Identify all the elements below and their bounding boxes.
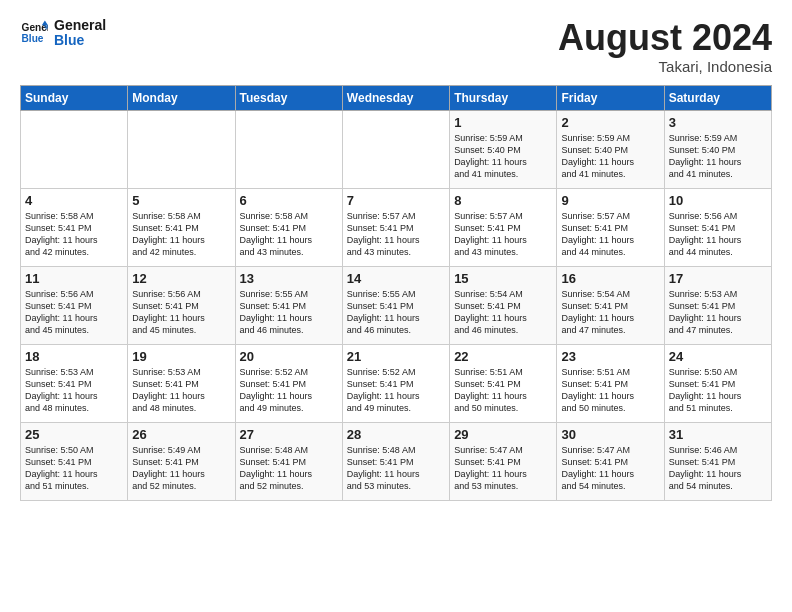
page: General Blue General Blue August 2024 Ta… bbox=[0, 0, 792, 612]
calendar-cell: 18Sunrise: 5:53 AM Sunset: 5:41 PM Dayli… bbox=[21, 344, 128, 422]
day-info: Sunrise: 5:58 AM Sunset: 5:41 PM Dayligh… bbox=[132, 210, 230, 259]
calendar-cell: 14Sunrise: 5:55 AM Sunset: 5:41 PM Dayli… bbox=[342, 266, 449, 344]
day-info: Sunrise: 5:50 AM Sunset: 5:41 PM Dayligh… bbox=[25, 444, 123, 493]
weekday-header-saturday: Saturday bbox=[664, 85, 771, 110]
calendar-table: SundayMondayTuesdayWednesdayThursdayFrid… bbox=[20, 85, 772, 501]
day-info: Sunrise: 5:49 AM Sunset: 5:41 PM Dayligh… bbox=[132, 444, 230, 493]
calendar-cell: 9Sunrise: 5:57 AM Sunset: 5:41 PM Daylig… bbox=[557, 188, 664, 266]
day-number: 25 bbox=[25, 427, 123, 442]
calendar-cell: 16Sunrise: 5:54 AM Sunset: 5:41 PM Dayli… bbox=[557, 266, 664, 344]
calendar-cell: 26Sunrise: 5:49 AM Sunset: 5:41 PM Dayli… bbox=[128, 422, 235, 500]
day-info: Sunrise: 5:47 AM Sunset: 5:41 PM Dayligh… bbox=[454, 444, 552, 493]
day-number: 6 bbox=[240, 193, 338, 208]
day-info: Sunrise: 5:51 AM Sunset: 5:41 PM Dayligh… bbox=[561, 366, 659, 415]
day-number: 28 bbox=[347, 427, 445, 442]
calendar-cell: 11Sunrise: 5:56 AM Sunset: 5:41 PM Dayli… bbox=[21, 266, 128, 344]
calendar-cell: 23Sunrise: 5:51 AM Sunset: 5:41 PM Dayli… bbox=[557, 344, 664, 422]
title-block: August 2024 Takari, Indonesia bbox=[558, 18, 772, 75]
calendar-cell: 8Sunrise: 5:57 AM Sunset: 5:41 PM Daylig… bbox=[450, 188, 557, 266]
day-number: 4 bbox=[25, 193, 123, 208]
calendar-cell bbox=[235, 110, 342, 188]
day-info: Sunrise: 5:58 AM Sunset: 5:41 PM Dayligh… bbox=[240, 210, 338, 259]
day-number: 15 bbox=[454, 271, 552, 286]
day-info: Sunrise: 5:53 AM Sunset: 5:41 PM Dayligh… bbox=[25, 366, 123, 415]
calendar-cell bbox=[21, 110, 128, 188]
logo-general: General bbox=[54, 18, 106, 33]
day-info: Sunrise: 5:48 AM Sunset: 5:41 PM Dayligh… bbox=[240, 444, 338, 493]
day-number: 2 bbox=[561, 115, 659, 130]
calendar-cell: 21Sunrise: 5:52 AM Sunset: 5:41 PM Dayli… bbox=[342, 344, 449, 422]
calendar-cell: 25Sunrise: 5:50 AM Sunset: 5:41 PM Dayli… bbox=[21, 422, 128, 500]
week-row-2: 4Sunrise: 5:58 AM Sunset: 5:41 PM Daylig… bbox=[21, 188, 772, 266]
day-info: Sunrise: 5:48 AM Sunset: 5:41 PM Dayligh… bbox=[347, 444, 445, 493]
day-number: 12 bbox=[132, 271, 230, 286]
calendar-cell: 13Sunrise: 5:55 AM Sunset: 5:41 PM Dayli… bbox=[235, 266, 342, 344]
day-number: 9 bbox=[561, 193, 659, 208]
calendar-cell: 31Sunrise: 5:46 AM Sunset: 5:41 PM Dayli… bbox=[664, 422, 771, 500]
calendar-cell: 2Sunrise: 5:59 AM Sunset: 5:40 PM Daylig… bbox=[557, 110, 664, 188]
logo: General Blue General Blue bbox=[20, 18, 106, 49]
day-info: Sunrise: 5:59 AM Sunset: 5:40 PM Dayligh… bbox=[669, 132, 767, 181]
day-number: 16 bbox=[561, 271, 659, 286]
day-number: 7 bbox=[347, 193, 445, 208]
weekday-header-row: SundayMondayTuesdayWednesdayThursdayFrid… bbox=[21, 85, 772, 110]
calendar-cell: 15Sunrise: 5:54 AM Sunset: 5:41 PM Dayli… bbox=[450, 266, 557, 344]
weekday-header-wednesday: Wednesday bbox=[342, 85, 449, 110]
day-info: Sunrise: 5:52 AM Sunset: 5:41 PM Dayligh… bbox=[240, 366, 338, 415]
day-info: Sunrise: 5:57 AM Sunset: 5:41 PM Dayligh… bbox=[454, 210, 552, 259]
calendar-cell: 3Sunrise: 5:59 AM Sunset: 5:40 PM Daylig… bbox=[664, 110, 771, 188]
calendar-cell: 29Sunrise: 5:47 AM Sunset: 5:41 PM Dayli… bbox=[450, 422, 557, 500]
header: General Blue General Blue August 2024 Ta… bbox=[20, 18, 772, 75]
location: Takari, Indonesia bbox=[558, 58, 772, 75]
week-row-3: 11Sunrise: 5:56 AM Sunset: 5:41 PM Dayli… bbox=[21, 266, 772, 344]
weekday-header-thursday: Thursday bbox=[450, 85, 557, 110]
day-info: Sunrise: 5:51 AM Sunset: 5:41 PM Dayligh… bbox=[454, 366, 552, 415]
day-number: 10 bbox=[669, 193, 767, 208]
calendar-cell: 22Sunrise: 5:51 AM Sunset: 5:41 PM Dayli… bbox=[450, 344, 557, 422]
logo-blue: Blue bbox=[54, 33, 106, 48]
calendar-cell bbox=[128, 110, 235, 188]
calendar-cell: 17Sunrise: 5:53 AM Sunset: 5:41 PM Dayli… bbox=[664, 266, 771, 344]
day-info: Sunrise: 5:54 AM Sunset: 5:41 PM Dayligh… bbox=[561, 288, 659, 337]
day-number: 26 bbox=[132, 427, 230, 442]
calendar-cell: 6Sunrise: 5:58 AM Sunset: 5:41 PM Daylig… bbox=[235, 188, 342, 266]
day-number: 11 bbox=[25, 271, 123, 286]
day-number: 13 bbox=[240, 271, 338, 286]
calendar-cell: 30Sunrise: 5:47 AM Sunset: 5:41 PM Dayli… bbox=[557, 422, 664, 500]
calendar-cell: 28Sunrise: 5:48 AM Sunset: 5:41 PM Dayli… bbox=[342, 422, 449, 500]
day-number: 17 bbox=[669, 271, 767, 286]
weekday-header-friday: Friday bbox=[557, 85, 664, 110]
day-info: Sunrise: 5:53 AM Sunset: 5:41 PM Dayligh… bbox=[669, 288, 767, 337]
day-info: Sunrise: 5:54 AM Sunset: 5:41 PM Dayligh… bbox=[454, 288, 552, 337]
calendar-cell: 20Sunrise: 5:52 AM Sunset: 5:41 PM Dayli… bbox=[235, 344, 342, 422]
day-number: 19 bbox=[132, 349, 230, 364]
day-number: 31 bbox=[669, 427, 767, 442]
day-number: 21 bbox=[347, 349, 445, 364]
logo-icon: General Blue bbox=[20, 19, 48, 47]
day-number: 8 bbox=[454, 193, 552, 208]
day-info: Sunrise: 5:59 AM Sunset: 5:40 PM Dayligh… bbox=[561, 132, 659, 181]
day-number: 14 bbox=[347, 271, 445, 286]
day-number: 18 bbox=[25, 349, 123, 364]
day-number: 3 bbox=[669, 115, 767, 130]
calendar-cell bbox=[342, 110, 449, 188]
calendar-cell: 24Sunrise: 5:50 AM Sunset: 5:41 PM Dayli… bbox=[664, 344, 771, 422]
day-number: 29 bbox=[454, 427, 552, 442]
month-title: August 2024 bbox=[558, 18, 772, 58]
day-info: Sunrise: 5:57 AM Sunset: 5:41 PM Dayligh… bbox=[561, 210, 659, 259]
calendar-cell: 10Sunrise: 5:56 AM Sunset: 5:41 PM Dayli… bbox=[664, 188, 771, 266]
day-number: 20 bbox=[240, 349, 338, 364]
calendar-cell: 19Sunrise: 5:53 AM Sunset: 5:41 PM Dayli… bbox=[128, 344, 235, 422]
svg-text:Blue: Blue bbox=[22, 34, 44, 45]
week-row-4: 18Sunrise: 5:53 AM Sunset: 5:41 PM Dayli… bbox=[21, 344, 772, 422]
weekday-header-monday: Monday bbox=[128, 85, 235, 110]
day-number: 1 bbox=[454, 115, 552, 130]
week-row-1: 1Sunrise: 5:59 AM Sunset: 5:40 PM Daylig… bbox=[21, 110, 772, 188]
day-info: Sunrise: 5:55 AM Sunset: 5:41 PM Dayligh… bbox=[347, 288, 445, 337]
calendar-cell: 1Sunrise: 5:59 AM Sunset: 5:40 PM Daylig… bbox=[450, 110, 557, 188]
week-row-5: 25Sunrise: 5:50 AM Sunset: 5:41 PM Dayli… bbox=[21, 422, 772, 500]
day-info: Sunrise: 5:47 AM Sunset: 5:41 PM Dayligh… bbox=[561, 444, 659, 493]
day-info: Sunrise: 5:56 AM Sunset: 5:41 PM Dayligh… bbox=[25, 288, 123, 337]
day-info: Sunrise: 5:52 AM Sunset: 5:41 PM Dayligh… bbox=[347, 366, 445, 415]
day-number: 24 bbox=[669, 349, 767, 364]
